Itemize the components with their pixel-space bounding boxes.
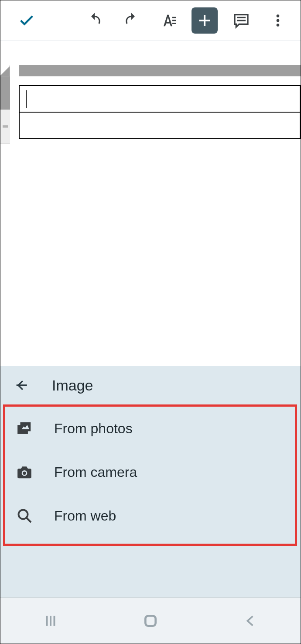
panel-title: Image <box>52 377 93 394</box>
menu-label: From photos <box>54 421 133 437</box>
spreadsheet-area <box>0 41 301 366</box>
editor-toolbar <box>0 0 301 41</box>
active-cell[interactable] <box>19 85 301 112</box>
undo-icon <box>86 12 103 29</box>
search-icon <box>17 508 32 524</box>
nav-home-button[interactable] <box>124 608 177 634</box>
comment-button[interactable] <box>228 7 254 34</box>
more-button[interactable] <box>265 7 291 34</box>
row-drag-icon <box>2 124 8 129</box>
svg-point-6 <box>277 19 280 22</box>
from-camera-item[interactable]: From camera <box>5 450 295 494</box>
svg-point-15 <box>19 510 28 519</box>
text-cursor <box>26 90 27 108</box>
svg-line-16 <box>27 518 31 523</box>
svg-rect-0 <box>172 17 176 18</box>
text-format-button[interactable] <box>155 7 181 34</box>
recents-icon <box>43 613 58 628</box>
nav-recents-button[interactable] <box>24 608 77 634</box>
panel-header: Image <box>0 366 301 404</box>
nav-back-button[interactable] <box>224 608 277 634</box>
undo-button[interactable] <box>82 7 108 34</box>
photos-icon <box>16 420 33 437</box>
svg-point-5 <box>277 14 280 17</box>
svg-rect-12 <box>21 422 31 432</box>
row-headers <box>0 76 10 144</box>
row-header-1[interactable] <box>0 76 10 110</box>
insert-button[interactable] <box>192 7 218 34</box>
done-button[interactable] <box>14 7 40 34</box>
svg-rect-2 <box>172 23 176 24</box>
more-vert-icon <box>270 13 286 28</box>
plus-icon <box>196 12 213 29</box>
redo-icon <box>123 12 140 29</box>
svg-rect-20 <box>145 616 155 626</box>
column-header[interactable] <box>19 65 301 76</box>
row-header-2[interactable] <box>0 110 10 144</box>
comment-icon <box>233 12 250 29</box>
sheet-select-all-corner[interactable] <box>0 65 10 76</box>
image-source-menu-highlighted: From photos From camera From web <box>3 404 297 546</box>
home-icon <box>142 612 159 630</box>
system-nav-bar <box>0 597 301 644</box>
back-icon <box>243 614 257 628</box>
arrow-left-icon <box>14 378 29 393</box>
panel-back-button[interactable] <box>13 378 30 393</box>
text-format-icon <box>159 12 177 29</box>
check-icon <box>18 12 35 29</box>
camera-icon <box>16 464 33 480</box>
svg-point-14 <box>23 472 26 475</box>
from-photos-item[interactable]: From photos <box>5 407 295 450</box>
insert-image-panel: Image From photos From camera <box>0 366 301 597</box>
cell-row-2[interactable] <box>19 112 301 139</box>
menu-label: From camera <box>54 464 137 480</box>
menu-label: From web <box>54 508 116 524</box>
from-web-item[interactable]: From web <box>5 494 295 538</box>
svg-point-7 <box>277 24 280 27</box>
svg-rect-1 <box>172 20 176 21</box>
redo-button[interactable] <box>118 7 144 34</box>
